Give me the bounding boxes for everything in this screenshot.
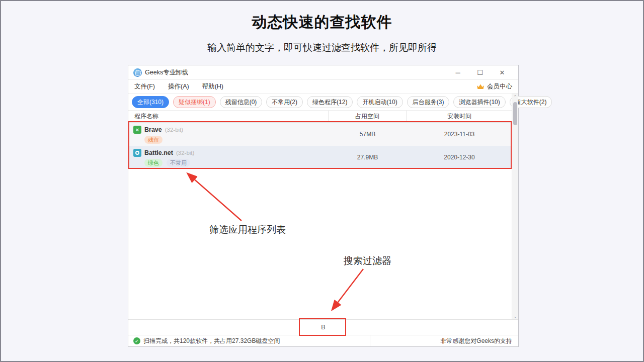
window-titlebar: Geeks专业卸载 ─ ☐ ✕ [128,65,518,80]
scroll-down-icon[interactable]: ⌄ [512,313,518,319]
geeks-logo-icon [133,68,142,77]
column-install-date[interactable]: 安装时间 [407,111,512,122]
app-window: Geeks专业卸载 ─ ☐ ✕ 文件(F) 操作(A) 帮助(H) 会员中心 全… [128,65,519,347]
scan-status: ✓ 扫描完成，共120款软件，共占用27.32GB磁盘空间 [128,335,370,346]
column-program-name[interactable]: 程序名称 [128,111,329,122]
window-controls: ─ ☐ ✕ [447,65,513,80]
filter-startup[interactable]: 开机启动(10) [357,96,403,108]
vertical-scrollbar[interactable]: ⌃ ⌄ [512,94,518,319]
filter-browser-plugins[interactable]: 浏览器插件(10) [453,96,505,108]
menu-help[interactable]: 帮助(H) [202,82,223,91]
annotation-list-label: 筛选应用程序列表 [209,223,286,236]
member-center-link[interactable]: 会员中心 [476,82,512,91]
scrollbar-thumb[interactable] [513,102,517,125]
check-circle-icon: ✓ [133,337,140,344]
scan-status-text: 扫描完成，共120款软件，共占用27.32GB磁盘空间 [143,337,280,345]
window-title: Geeks专业卸载 [145,68,188,77]
page-subtitle: 输入简单的文字，即可快速过滤查找软件，所见即所得 [1,41,643,54]
filter-suspected-bundle[interactable]: 疑似捆绑(1) [173,96,216,108]
member-center-label: 会员中心 [487,82,512,91]
page-title: 动态快速的查找软件 [1,12,643,33]
scroll-up-icon[interactable]: ⌃ [512,94,518,100]
column-size[interactable]: 占用空间 [329,111,407,122]
highlight-box-rows [128,121,512,169]
filter-rarely-used[interactable]: 不常用(2) [266,96,303,108]
highlight-box-search [299,318,346,336]
menu-bar: 文件(F) 操作(A) 帮助(H) 会员中心 [128,80,518,94]
filter-bar: 全部(310) 疑似捆绑(1) 残留信息(0) 不常用(2) 绿色程序(12) … [128,94,511,110]
filter-leftover-info[interactable]: 残留信息(0) [220,96,263,108]
filter-green-programs[interactable]: 绿色程序(12) [307,96,353,108]
filter-all[interactable]: 全部(310) [132,96,169,108]
crown-icon [476,83,485,90]
close-button[interactable]: ✕ [491,65,513,80]
menu-file[interactable]: 文件(F) [134,82,155,91]
filter-background-services[interactable]: 后台服务(3) [407,96,450,108]
thanks-text: 非常感谢您对Geeks的支持 [370,335,518,346]
maximize-button[interactable]: ☐ [469,65,491,80]
slide-page: 动态快速的查找软件 输入简单的文字，即可快速过滤查找软件，所见即所得 Geeks… [0,0,644,362]
menu-action[interactable]: 操作(A) [168,82,189,91]
annotation-search-label: 搜索过滤器 [344,254,391,267]
status-bar: ✓ 扫描完成，共120款软件，共占用27.32GB磁盘空间 非常感谢您对Geek… [128,335,518,346]
minimize-button[interactable]: ─ [447,65,469,80]
